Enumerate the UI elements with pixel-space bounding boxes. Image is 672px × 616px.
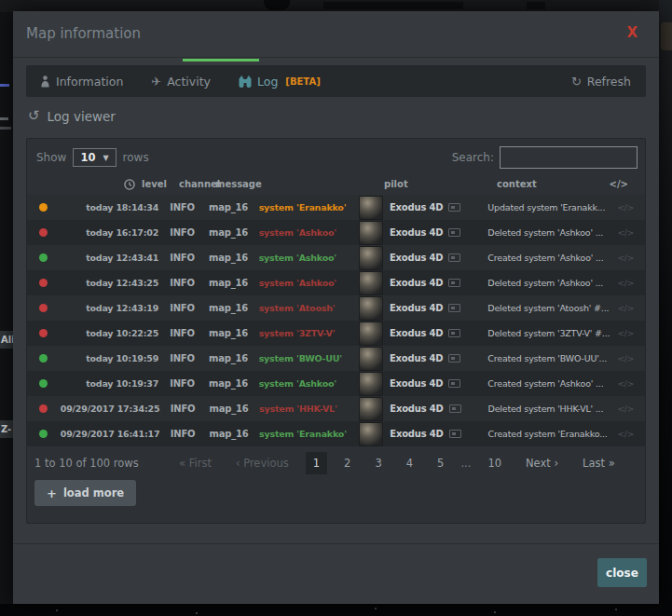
id-card-icon [448,354,460,363]
tab-activity-label: Activity [167,75,211,89]
dialog-footer: close [13,543,659,604]
background-system-label: Ali [0,331,14,349]
refresh-button[interactable]: ↻ Refresh [556,65,646,97]
log-message: system 'Ashkoo' [252,278,353,288]
pilot-name: Exodus 4D [390,429,443,439]
log-time: today 10:19:59 [61,353,158,363]
pagination-page-3[interactable]: 3 [367,452,389,474]
background-map-fragment [0,127,11,130]
table-row[interactable]: 09/29/2017 17:34:25 INFO map_16 system '… [27,396,645,421]
refresh-label: Refresh [587,75,631,89]
background-left-strip [0,12,13,616]
status-dot-icon [39,354,48,363]
background-top-menu-item [527,2,545,9]
row-code-icon[interactable]: </> [617,253,645,263]
table-row[interactable]: 09/29/2017 16:41:17 INFO map_16 system '… [27,421,645,446]
tab-information-label: Information [56,75,123,89]
status-dot-icon [39,253,48,262]
status-dot-icon [39,404,48,413]
log-time: today 10:22:25 [61,328,158,338]
log-message: system 'Eranakko' [252,429,353,439]
pilot-avatar [359,296,383,321]
table-row[interactable]: today 10:22:25 INFO map_16 system '3ZTV-… [27,321,645,346]
search-label: Search: [452,151,494,164]
pilot-name: Exodus 4D [390,328,443,338]
search-input[interactable] [500,146,638,169]
pagination-page-4[interactable]: 4 [399,452,420,474]
header-pilot[interactable]: pilot [384,179,408,189]
log-time: 09/29/2017 17:34:25 [61,404,159,414]
row-code-icon[interactable]: </> [617,379,645,389]
header-message[interactable]: message [215,179,262,189]
pagination-next[interactable]: Next › [517,452,567,474]
log-channel: map_16 [203,353,252,363]
log-viewer-title: Log viewer [48,109,116,124]
log-viewer-heading: ↺ Log viewer [28,108,116,125]
pagination-page-5[interactable]: 5 [430,452,451,474]
pilot-avatar [359,397,383,421]
pilot-avatar [359,246,383,270]
log-message: system 'Atoosh' [252,303,353,313]
table-row[interactable]: today 12:43:25 INFO map_16 system 'Ashko… [27,270,645,295]
log-context: Created system 'Ashkoo' ... [482,378,617,389]
log-channel: map_16 [203,378,252,389]
pagination-previous[interactable]: ‹ Previous [227,452,297,474]
row-code-icon[interactable]: </> [617,279,645,288]
row-code-icon[interactable]: </> [617,404,645,414]
background-top-tab [264,0,290,10]
tab-log[interactable]: Log [BETA] [225,65,335,97]
row-code-icon[interactable]: </> [617,228,645,238]
pagination-first[interactable]: « First [171,452,220,474]
background-map-connection [0,84,9,87]
id-card-icon [448,379,460,388]
log-time: today 18:14:34 [61,202,158,212]
rows-per-page-select[interactable]: 10 ▼ [73,148,116,167]
pilot-avatar [359,372,383,396]
tab-activity[interactable]: ✈ Activity [137,65,225,97]
row-code-icon[interactable]: </> [617,329,645,338]
id-card-icon [448,279,460,287]
log-channel: map_16 [203,227,252,238]
search-group: Search: [452,146,638,169]
history-icon: ↺ [28,107,40,124]
table-row[interactable]: today 16:17:02 INFO map_16 system 'Ashko… [27,220,645,245]
header-level[interactable]: level [142,179,167,189]
pagination-last[interactable]: Last » [574,452,624,474]
dialog-header: Map information X [13,11,659,58]
dialog-title: Map information [26,25,141,42]
log-context: Deleted system 'Ashkoo' ... [482,278,617,288]
close-button[interactable]: close [597,558,647,587]
row-code-icon[interactable]: </> [617,304,645,313]
load-more-button[interactable]: + load more [34,480,136,506]
background-right-strip [659,0,672,616]
log-context: Updated system 'Eranakk... [482,202,617,212]
log-context: Deleted system 'Ashkoo' ... [482,227,617,238]
pilot-name: Exodus 4D [390,253,443,263]
table-row[interactable]: today 18:14:34 INFO map_16 system 'Erana… [27,195,645,220]
background-top-menu [323,2,463,9]
table-header-row: level channel message pilot context </> [27,176,645,195]
header-channel[interactable]: channel [179,179,220,189]
log-channel: map_16 [203,303,252,313]
load-more-label: load more [63,486,124,500]
close-icon[interactable]: X [626,24,638,41]
rows-per-page-group: Show 10 ▼ rows [36,148,149,167]
table-row[interactable]: today 12:43:41 INFO map_16 system 'Ashko… [27,245,645,270]
pilot-name: Exodus 4D [390,353,443,363]
tab-information[interactable]: Information [26,65,137,97]
table-row[interactable]: today 10:19:59 INFO map_16 system 'BWO-U… [27,346,645,371]
row-code-icon[interactable]: </> [617,354,645,363]
plus-icon: + [47,486,57,500]
refresh-icon: ↻ [571,75,582,89]
log-time: today 12:43:19 [61,303,158,313]
log-time: today 12:43:41 [61,253,158,263]
pagination-page-10[interactable]: 10 [480,452,509,474]
row-code-icon[interactable]: </> [617,430,645,439]
header-context[interactable]: context [497,179,537,189]
background-system-label: Z- [0,420,14,438]
pagination-page-2[interactable]: 2 [336,452,358,474]
table-row[interactable]: today 12:43:19 INFO map_16 system 'Atoos… [27,295,645,321]
pagination-page-1[interactable]: 1 [306,452,327,474]
table-row[interactable]: today 10:19:37 INFO map_16 system 'Ashko… [27,371,645,396]
row-code-icon[interactable]: </> [617,203,645,212]
